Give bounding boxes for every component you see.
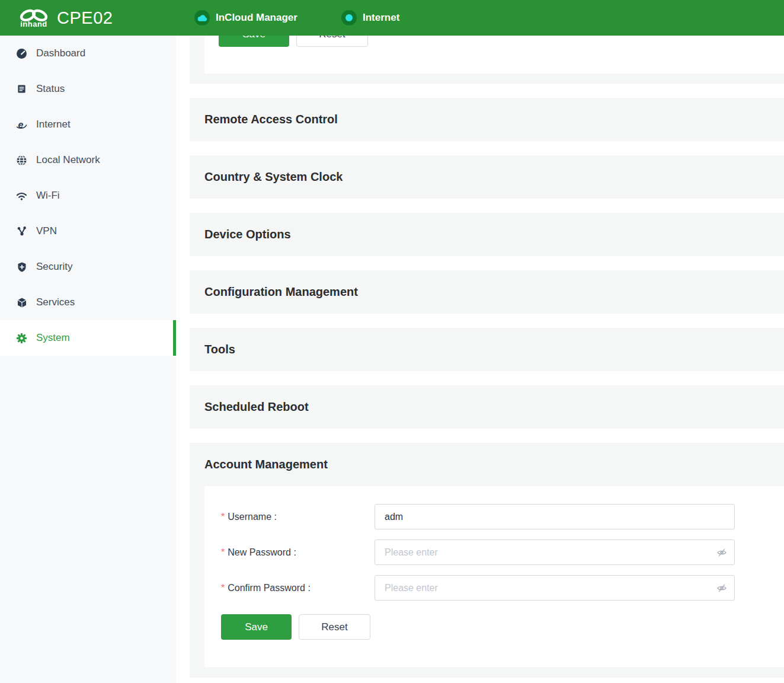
top-header-bar: inhand CPE02 InCloud Manager Internet (0, 0, 784, 36)
password-visibility-icon[interactable] (716, 547, 727, 558)
username-input[interactable] (375, 504, 735, 529)
sidebar-item-vpn[interactable]: VPN (0, 213, 176, 249)
sidebar-item-label: Internet (36, 119, 71, 130)
sidebar-item-label: VPN (36, 225, 57, 237)
required-marker: * (221, 583, 225, 593)
status-dot-icon (341, 10, 357, 25)
sidebar-item-internet[interactable]: e Internet (0, 107, 176, 142)
username-row: * Username : (221, 504, 784, 529)
sidebar-item-security[interactable]: Security (0, 249, 176, 285)
wifi-icon (16, 191, 27, 201)
incloud-manager-status[interactable]: InCloud Manager (194, 0, 297, 36)
top-cutoff-panel: Save Reset (190, 36, 784, 84)
globe-icon (16, 155, 27, 166)
inhand-logo: inhand (18, 8, 50, 28)
device-model: CPE02 (57, 8, 113, 28)
logo-brand-text: inhand (20, 20, 47, 28)
new-password-label: * New Password : (221, 547, 375, 558)
required-marker: * (221, 547, 225, 558)
sidebar-item-label: Wi-Fi (36, 190, 60, 202)
confirm-password-label: * Confirm Password : (221, 583, 375, 593)
section-account-management: Account Management * Username : * New Pa… (190, 443, 784, 678)
sidebar-item-dashboard[interactable]: Dashboard (0, 36, 176, 71)
reset-button[interactable]: Reset (296, 36, 368, 47)
section-device-options[interactable]: Device Options (190, 213, 784, 256)
sidebar-nav: Dashboard Status e Internet (0, 36, 176, 683)
password-visibility-icon[interactable] (716, 583, 727, 593)
new-password-row: * New Password : (221, 540, 784, 565)
sidebar-item-label: Security (36, 261, 72, 273)
sidebar-item-status[interactable]: Status (0, 71, 176, 107)
save-button[interactable]: Save (221, 614, 292, 640)
account-buttons-row: Save Reset (221, 614, 784, 640)
vpn-nodes-icon (16, 226, 27, 237)
sidebar-item-label: Local Network (36, 154, 100, 166)
account-management-form: * Username : * New Password : (204, 486, 784, 667)
incloud-manager-label: InCloud Manager (216, 12, 297, 24)
gear-icon (16, 333, 27, 344)
sidebar-item-label: Services (36, 296, 75, 308)
section-title: Account Management (204, 458, 328, 471)
dashboard-icon (16, 48, 27, 59)
confirm-password-input[interactable] (375, 575, 735, 601)
sidebar-item-label: Dashboard (36, 47, 85, 59)
section-title: Remote Access Control (204, 113, 338, 126)
section-title: Country & System Clock (204, 170, 343, 184)
sidebar-item-label: Status (36, 83, 65, 95)
account-management-header[interactable]: Account Management (190, 443, 784, 486)
sidebar-item-local-network[interactable]: Local Network (0, 142, 176, 178)
required-marker: * (221, 512, 225, 522)
internet-status[interactable]: Internet (341, 0, 399, 36)
section-title: Scheduled Reboot (204, 400, 309, 414)
sidebar-item-label: System (36, 332, 70, 344)
main-content: Save Reset Remote Access Control Country… (190, 36, 784, 683)
internet-browser-icon: e (16, 119, 27, 130)
sidebar-item-services[interactable]: Services (0, 285, 176, 320)
cloud-icon (194, 10, 210, 25)
save-button[interactable]: Save (219, 36, 289, 47)
section-tools[interactable]: Tools (190, 328, 784, 371)
status-document-icon (16, 84, 27, 94)
new-password-input[interactable] (375, 540, 735, 565)
section-scheduled-reboot[interactable]: Scheduled Reboot (190, 385, 784, 429)
username-label: * Username : (221, 512, 375, 522)
sidebar-item-system[interactable]: System (0, 320, 176, 356)
cube-icon (16, 297, 27, 308)
shield-plus-icon (16, 261, 27, 273)
section-title: Tools (204, 343, 235, 356)
section-country-system-clock[interactable]: Country & System Clock (190, 155, 784, 199)
section-configuration-management[interactable]: Configuration Management (190, 270, 784, 314)
section-remote-access-control[interactable]: Remote Access Control (190, 98, 784, 141)
internet-status-label: Internet (363, 12, 399, 24)
sidebar-item-wifi[interactable]: Wi-Fi (0, 178, 176, 213)
reset-button[interactable]: Reset (299, 614, 370, 640)
top-cutoff-card: Save Reset (204, 36, 784, 74)
section-title: Device Options (204, 228, 291, 241)
section-title: Configuration Management (204, 285, 358, 299)
confirm-password-row: * Confirm Password : (221, 575, 784, 601)
